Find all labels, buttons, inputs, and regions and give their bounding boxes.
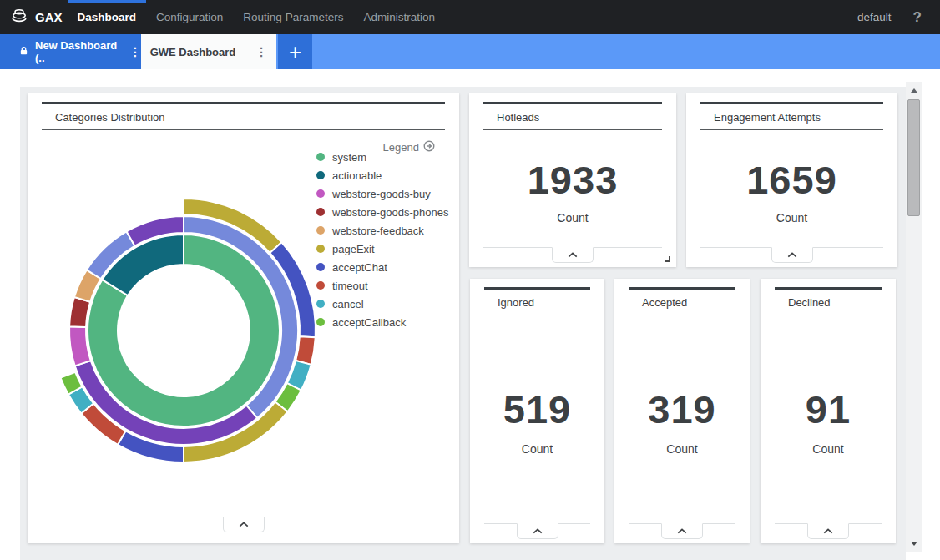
legend-item[interactable]: webstore-feedback xyxy=(316,221,448,240)
legend-label: webstore-feedback xyxy=(332,225,424,237)
triangle-up-icon xyxy=(911,88,917,93)
legend-label: actionable xyxy=(332,169,382,182)
nav-item-administration[interactable]: Administration xyxy=(353,0,445,34)
widget-top-rule xyxy=(700,102,883,104)
collapse-widget-button[interactable] xyxy=(807,523,849,539)
top-navbar: GAX Dashboard Configuration Routing Para… xyxy=(0,0,940,34)
nav-item-dashboard[interactable]: Dashboard xyxy=(68,0,147,34)
legend-color-dot xyxy=(316,300,325,308)
legend-label: webstore-goods-phones xyxy=(332,206,448,219)
scrollbar-thumb[interactable] xyxy=(907,99,920,216)
legend-item[interactable]: acceptCallback xyxy=(316,313,448,331)
collapse-widget-button[interactable] xyxy=(771,247,813,263)
triangle-down-icon xyxy=(911,542,917,546)
legend-label: cancel xyxy=(332,298,364,310)
widget-categories-distribution: Categories Distribution Legend systemact… xyxy=(28,93,459,543)
widget-title-rule xyxy=(629,315,735,315)
widget-accepted: Accepted 319 Count xyxy=(614,279,750,543)
dashboard-tabbar: New Dashboard (.. ⋮ GWE Dashboard ⋮ + xyxy=(0,34,940,69)
legend-item[interactable]: webstore-goods-buy xyxy=(316,184,448,203)
legend-label: acceptChat xyxy=(332,261,387,274)
legend-color-dot xyxy=(316,189,325,198)
widget-title-rule xyxy=(775,315,882,315)
widget-top-rule xyxy=(775,287,882,290)
tab-new-dashboard[interactable]: New Dashboard (.. ⋮ xyxy=(0,34,141,69)
legend-item[interactable]: cancel xyxy=(316,295,448,313)
counter-value: 319 xyxy=(614,386,750,432)
collapse-widget-button[interactable] xyxy=(517,523,558,539)
widget-top-rule xyxy=(629,287,735,290)
widget-title-rule xyxy=(484,315,590,315)
legend-label: system xyxy=(332,151,366,164)
widget-expander-rule xyxy=(700,247,883,248)
legend-label: webstore-goods-buy xyxy=(332,188,431,200)
counter-value: 1933 xyxy=(469,157,676,203)
counter-value: 1659 xyxy=(686,157,897,203)
sunburst-segment[interactable] xyxy=(296,336,316,365)
legend-color-dot xyxy=(316,318,325,326)
legend-item[interactable]: webstore-goods-phones xyxy=(316,203,448,221)
legend-color-dot xyxy=(316,245,325,253)
add-dashboard-tab-button[interactable]: + xyxy=(278,34,312,69)
widget-title: Categories Distribution xyxy=(42,111,445,124)
legend-item[interactable]: timeout xyxy=(316,276,448,295)
legend-label: timeout xyxy=(332,280,368,292)
sunburst-chart xyxy=(49,196,318,465)
widget-top-rule xyxy=(42,102,445,104)
help-icon[interactable]: ? xyxy=(913,9,922,26)
widget-title: Engagement Attempts xyxy=(700,111,883,124)
widget-expander-rule xyxy=(775,523,882,524)
collapse-widget-button[interactable] xyxy=(552,247,594,263)
tab-label: GWE Dashboard xyxy=(150,46,236,58)
nav-item-configuration[interactable]: Configuration xyxy=(146,0,233,34)
chevron-up-icon xyxy=(569,253,576,256)
chevron-up-icon xyxy=(678,529,685,532)
legend-item[interactable]: acceptChat xyxy=(316,258,448,276)
legend-label: pageExit xyxy=(332,243,375,255)
widget-title: Hotleads xyxy=(483,111,662,124)
widget-title-rule xyxy=(483,129,662,130)
legend-item[interactable]: system xyxy=(316,148,448,166)
chevron-up-icon xyxy=(788,253,796,256)
widget-top-rule xyxy=(484,287,590,290)
counter-unit: Count xyxy=(614,442,750,456)
collapse-widget-button[interactable] xyxy=(661,523,703,539)
legend-color-dot xyxy=(316,281,325,290)
nav-item-routing-parameters[interactable]: Routing Parameters xyxy=(233,0,353,34)
widget-resize-handle[interactable] xyxy=(665,256,670,262)
widget-title: Accepted xyxy=(629,296,735,309)
legend-color-dot xyxy=(316,226,325,235)
counter-unit: Count xyxy=(686,211,897,225)
chevron-up-icon xyxy=(533,529,541,532)
widget-expander-rule xyxy=(483,247,662,248)
legend-label: acceptCallback xyxy=(332,316,406,329)
widget-declined: Declined 91 Count xyxy=(761,279,896,543)
legend-color-dot xyxy=(316,153,325,161)
gax-brand[interactable]: GAX xyxy=(0,8,68,27)
legend-color-dot xyxy=(316,263,325,271)
widget-title: Declined xyxy=(775,296,882,309)
tab-gwe-dashboard[interactable]: GWE Dashboard ⋮ xyxy=(141,34,276,69)
legend-item[interactable]: pageExit xyxy=(316,240,448,258)
lock-icon xyxy=(19,46,28,58)
widget-ignored: Ignored 519 Count xyxy=(470,279,604,543)
counter-unit: Count xyxy=(469,211,676,225)
chart-legend: systemactionablewebstore-goods-buywebsto… xyxy=(316,148,448,331)
vertical-scrollbar[interactable] xyxy=(906,82,922,552)
user-menu[interactable]: default xyxy=(857,11,892,23)
chevron-up-icon xyxy=(240,522,247,526)
widget-expander-rule xyxy=(42,517,445,517)
widget-title: Ignored xyxy=(484,296,590,309)
collapse-widget-button[interactable] xyxy=(223,517,265,532)
legend-item[interactable]: actionable xyxy=(316,166,448,184)
legend-color-dot xyxy=(316,208,325,216)
counter-value: 519 xyxy=(470,386,604,432)
widget-expander-rule xyxy=(629,523,735,524)
widget-top-rule xyxy=(483,102,662,104)
tab-menu-kebab-icon[interactable]: ⋮ xyxy=(129,46,141,58)
scroll-down-button[interactable] xyxy=(906,537,922,550)
counter-unit: Count xyxy=(470,442,604,456)
scroll-up-button[interactable] xyxy=(906,83,922,97)
tab-menu-kebab-icon[interactable]: ⋮ xyxy=(255,46,267,58)
widget-title-rule xyxy=(42,129,445,130)
